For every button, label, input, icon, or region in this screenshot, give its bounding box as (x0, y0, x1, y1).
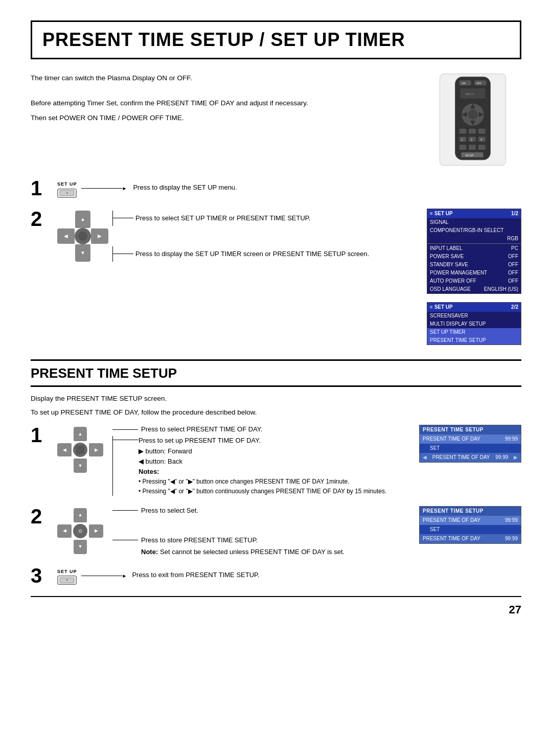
pts1-header: PRESENT TIME SETUP (420, 425, 521, 434)
osd1-row-powermgmt: POWER MANAGEMENTOFF (427, 269, 521, 277)
svg-rect-14 (469, 129, 476, 134)
osd1-row-input: INPUT LABELPC (427, 244, 521, 253)
bottom-rule (31, 596, 521, 597)
step2-top-text: Press to select SET UP TIMER or PRESENT … (135, 214, 310, 223)
step3-setup-button: SET UP ≡ (57, 568, 77, 585)
s2-step1-note1: • Pressing "◀" or "▶" button once change… (139, 477, 415, 486)
osd1-sep (427, 243, 521, 244)
intro-line2: Before attempting Timer Set, confirm the… (31, 99, 429, 108)
svg-text:OFF: OFF (476, 82, 481, 85)
pts1-row3: ◀ PRESENT TIME OF DAY 99:99 ▶ (420, 453, 521, 462)
svg-text:ON: ON (462, 82, 466, 85)
section2-intro1: Display the PRESENT TIME SETUP screen. (31, 394, 521, 404)
remote-control-image: ON OFF INPUT 1 2 3 (440, 74, 506, 166)
s2-step1-number: 1 (31, 425, 53, 445)
step1-text: Press to display the SET UP menu. (133, 183, 237, 192)
s2-step2-bottom-text: Press to store PRESENT TIME SETUP. (141, 536, 258, 545)
step1-section1: 1 SET UP ≡ ► Press to display the SET UP… (31, 178, 521, 198)
s2-step1-instructions: Press to select PRESENT TIME OF DAY. Pre… (107, 425, 415, 498)
s2-step2-number: 2 (31, 506, 53, 526)
step2-dpad: ▲ ▼ ◀ ▶ (57, 211, 108, 262)
pts2-header: PRESENT TIME SETUP (420, 507, 521, 516)
svg-rect-24 (478, 145, 486, 150)
osd1-row-autopoff: AUTO POWER OFFOFF (427, 277, 521, 285)
s2-step2-note-label: Note: (141, 548, 158, 556)
step2-number: 2 (31, 209, 53, 229)
intro-line3: Then set POWER ON TIME / POWER OFF TIME. (31, 113, 429, 123)
step2-bottom-text: Press to display the SET UP TIMER screen… (135, 249, 369, 259)
step1-setup-button: SET UP ≡ (57, 181, 77, 198)
svg-rect-23 (469, 145, 476, 150)
osd2-row-setuptimer: SET UP TIMER (427, 328, 521, 336)
svg-text:2: 2 (471, 139, 472, 142)
osd1-header: ≡ SET UP (430, 210, 453, 217)
setup-osd-1-2: ≡ SET UP 1/2 SIGNAL COMPONENT/RGB-IN SEL… (427, 209, 521, 294)
section2-step3: 3 SET UP ≡ ► Press to exit from PRESENT … (31, 565, 521, 586)
setup-label-3: SET UP (57, 568, 77, 575)
pts1-row2: SET (420, 444, 521, 453)
osd2-row-multidisplay: MULTI DISPLAY SETUP (427, 320, 521, 328)
setup-osd-2-2: ≡ SET UP 2/2 SCREENSAVER MULTI DISPLAY S… (427, 302, 521, 345)
page-title: PRESENT TIME SETUP / SET UP TIMER (42, 27, 510, 53)
page-number: 27 (31, 602, 521, 618)
s2-step2-dpad: ▲ ▼ ◀ ▶ ⊙ (57, 508, 103, 554)
osd1-row-standbysave: STANDBY SAVEOFF (427, 261, 521, 269)
s2-step2-instructions: Press to select Set. Press to store PRES… (107, 506, 415, 557)
pts1-left-arrow: ◀ (423, 454, 427, 461)
s2-step3-text: Press to exit from PRESENT TIME SETUP. (132, 570, 259, 580)
section2-intro2: To set up PRESENT TIME OF DAY, follow th… (31, 408, 521, 418)
s2-step3-number: 3 (31, 565, 53, 586)
step2-section1: 2 ▲ ▼ ◀ ▶ Press to select SET UP TIMER o… (31, 209, 521, 349)
s2-step1-dpad: ▲ ▼ ◀ ▶ (57, 427, 103, 473)
section2-step1: 1 ▲ ▼ ◀ ▶ Press to select PRESENT TIME O… (31, 425, 521, 498)
osd1-row-osdlang: OSD LANGUAGEENGLISH (US) (427, 285, 521, 293)
pts2-row3: PRESENT TIME OF DAY 99:99 (420, 534, 521, 543)
section2-title: PRESENT TIME SETUP (31, 364, 521, 382)
section2-step2: 2 ▲ ▼ ◀ ▶ ⊙ Press to select Set. Press t… (31, 506, 521, 557)
pts1-right-arrow: ▶ (514, 454, 518, 461)
s2-step2-top-text: Press to select Set. (141, 506, 198, 515)
s2-step1-bullet1: ▶ button: Forward (139, 447, 415, 456)
s2-step2-note-text: Set cannot be selected unless PRESENT TI… (160, 548, 344, 556)
osd2-page: 2/2 (511, 304, 518, 311)
svg-text:INPUT: INPUT (465, 93, 474, 96)
pts2-row1: PRESENT TIME OF DAY 99:99 (420, 516, 521, 525)
pts2-row2: SET (420, 525, 521, 534)
svg-text:1: 1 (461, 139, 463, 142)
s2-step1-bullet2: ◀ button: Back (139, 457, 415, 466)
section2-title-box: PRESENT TIME SETUP (31, 359, 521, 387)
s2-step1-mid-text: Press to set up PRESENT TIME OF DAY. (139, 436, 261, 445)
osd1-row-component: COMPONENT/RGB-IN SELECT (427, 226, 521, 235)
osd2-header: ≡ SET UP (430, 304, 453, 311)
pts-osd-1: PRESENT TIME SETUP PRESENT TIME OF DAY 9… (419, 425, 521, 463)
s2-step1-top-text: Press to select PRESENT TIME OF DAY. (141, 425, 262, 434)
svg-text:SETUP: SETUP (465, 154, 474, 157)
s2-step1-note2: • Pressing "◀" or "▶" button continuousl… (139, 487, 415, 496)
pts1-row1: PRESENT TIME OF DAY 99:99 (420, 434, 521, 444)
step1-number: 1 (31, 178, 53, 198)
osd1-row-powersave: POWER SAVEOFF (427, 253, 521, 261)
svg-rect-13 (459, 129, 466, 134)
svg-point-12 (468, 110, 478, 120)
osd1-page: 1/2 (511, 210, 518, 217)
osd2-row-screensaver: SCREENSAVER (427, 312, 521, 320)
setup-label-1: SET UP (57, 181, 77, 188)
osd2-row-presenttime: PRESENT TIME SETUP (427, 336, 521, 345)
osd1-row-rgb: RGB (427, 235, 521, 243)
svg-rect-22 (459, 145, 466, 150)
pts-osd-2: PRESENT TIME SETUP PRESENT TIME OF DAY 9… (419, 506, 521, 544)
osd1-row-signal: SIGNAL (427, 218, 521, 226)
svg-rect-15 (478, 129, 486, 134)
intro-line1: The timer can switch the Plasma Display … (31, 74, 429, 83)
page-title-box: PRESENT TIME SETUP / SET UP TIMER (31, 20, 521, 59)
s2-step1-notes-label: Notes: (139, 467, 415, 476)
